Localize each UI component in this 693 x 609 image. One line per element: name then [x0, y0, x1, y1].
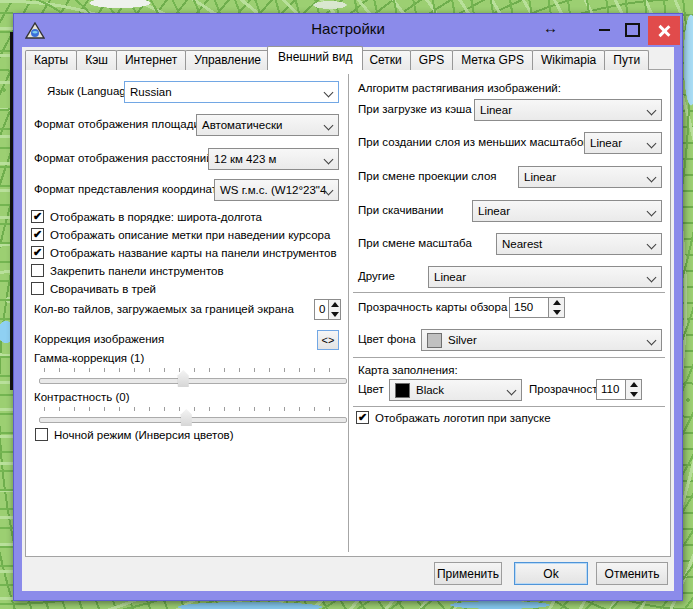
- separator: [353, 406, 665, 407]
- tab-vneshniy-vid[interactable]: Внешний вид: [267, 46, 363, 70]
- color-swatch: [395, 383, 410, 398]
- spinner-up-icon[interactable]: [329, 300, 340, 310]
- checkbox-box: [31, 264, 44, 277]
- column-divider: [348, 74, 349, 552]
- tab-bar: Карты Кэш Интернет Управление Внешний ви…: [22, 47, 674, 70]
- chevron-down-icon: [647, 173, 657, 183]
- stretch-zoom-change-select[interactable]: Nearest: [496, 233, 662, 255]
- window-title: Настройки: [14, 20, 682, 37]
- checkbox-lock-toolbars[interactable]: Закрепить панели инструментов: [31, 264, 224, 277]
- chevron-down-icon: [647, 273, 657, 283]
- settings-window: Настройки ↔ Карты Кэш Интернет Управлени…: [13, 13, 683, 601]
- stretch-download-select[interactable]: Linear: [472, 200, 662, 222]
- stretch-cache-select[interactable]: Linear: [474, 99, 662, 121]
- coord-format-label: Формат представления координат: [34, 183, 217, 195]
- overview-transparency-spinner[interactable]: 150: [509, 297, 565, 318]
- spinner-down-icon[interactable]: [549, 308, 564, 318]
- close-button[interactable]: [648, 16, 680, 45]
- chevron-down-icon: [647, 240, 657, 250]
- distance-format-label: Формат отображения расстояний: [34, 152, 213, 164]
- chevron-down-icon: [324, 155, 334, 165]
- spinner-down-icon[interactable]: [626, 390, 641, 400]
- language-select[interactable]: Russian: [124, 81, 339, 103]
- tiles-beyond-spinner[interactable]: 0: [314, 299, 341, 320]
- bg-color-select[interactable]: Silver: [421, 329, 662, 351]
- close-icon: [658, 25, 670, 37]
- stretch-download-label: При скачивании: [358, 204, 443, 216]
- slider-groove: [39, 417, 347, 423]
- coord-format-select[interactable]: WS г.м.с. (W12°23"4: [214, 179, 339, 201]
- language-label: Язык (Language): [47, 85, 136, 97]
- tab-gps[interactable]: GPS: [410, 50, 453, 70]
- contrast-slider[interactable]: [39, 405, 347, 427]
- apply-button[interactable]: Применить: [434, 562, 502, 585]
- separator: [353, 292, 665, 293]
- cancel-button[interactable]: Отменить: [596, 562, 668, 585]
- dialog-body: Карты Кэш Интернет Управление Внешний ви…: [22, 47, 674, 591]
- checkbox-marker-hint[interactable]: ✔ Отображать описание метки при наведени…: [31, 228, 330, 241]
- area-format-select[interactable]: Автоматически: [196, 114, 339, 136]
- fill-transparency-spinner[interactable]: 110: [596, 379, 642, 400]
- checkbox-show-logo[interactable]: ✔ Отображать логотип при запуске: [356, 411, 551, 424]
- checkbox-minimize-to-tray[interactable]: Сворачивать в трей: [31, 282, 156, 295]
- spinner-down-icon[interactable]: [329, 310, 340, 320]
- stretch-other-select[interactable]: Linear: [428, 266, 662, 288]
- minimize-button[interactable]: [599, 29, 610, 31]
- chevron-down-icon: [647, 106, 657, 116]
- area-format-label: Формат отображения площади: [34, 118, 200, 130]
- checkbox-box: ✔: [31, 210, 44, 223]
- stretch-projection-label: При смене проекции слоя: [358, 170, 497, 182]
- correction-expand-button[interactable]: <>: [317, 330, 339, 350]
- tab-puti[interactable]: Пути: [604, 50, 649, 70]
- chevron-down-icon: [324, 88, 334, 98]
- spinner-up-icon[interactable]: [626, 380, 641, 390]
- stretch-zoom-change-label: При смене масштаба: [358, 237, 472, 249]
- checkbox-box: ✔: [31, 228, 44, 241]
- contrast-slider-thumb[interactable]: [181, 409, 192, 426]
- chevron-down-icon: [324, 121, 334, 131]
- tab-wikimapia[interactable]: Wikimapia: [532, 50, 605, 70]
- chevron-down-icon: [647, 207, 657, 217]
- fill-color-label: Цвет: [358, 383, 384, 395]
- fill-color-select[interactable]: Black: [389, 379, 522, 401]
- checkbox-map-name-toolbar[interactable]: ✔ Отображать название карты на панели ин…: [31, 246, 337, 259]
- spinner-up-icon[interactable]: [549, 298, 564, 308]
- ok-button[interactable]: Ok: [514, 562, 588, 585]
- checkbox-latlon-order[interactable]: ✔ Отображать в порядке: широта-долгота: [31, 210, 262, 223]
- overview-transparency-label: Прозрачность карты обзора: [358, 301, 507, 313]
- bg-color-label: Цвет фона: [358, 333, 416, 345]
- fill-transparency-label: Прозрачность: [529, 383, 604, 395]
- stretch-projection-select[interactable]: Linear: [518, 166, 662, 188]
- chevron-down-icon: [647, 336, 657, 346]
- stretch-smaller-zoom-select[interactable]: Linear: [584, 132, 662, 154]
- gamma-slider-thumb[interactable]: [178, 370, 189, 387]
- gamma-slider[interactable]: [39, 366, 347, 388]
- tab-karty[interactable]: Карты: [25, 50, 77, 70]
- checkbox-night-mode[interactable]: Ночной режим (Инверсия цветов): [35, 428, 234, 441]
- checkbox-box: ✔: [356, 411, 369, 424]
- separator: [353, 357, 665, 358]
- tab-metka-gps[interactable]: Метка GPS: [452, 50, 533, 70]
- dialog-footer: Применить Ok Отменить: [22, 557, 674, 591]
- checkbox-box: [31, 282, 44, 295]
- titlebar[interactable]: Настройки ↔: [14, 14, 682, 47]
- checkbox-box: [35, 428, 48, 441]
- stretch-smaller-zoom-label: При создании слоя из меньших масштабов: [358, 136, 589, 148]
- resize-horizontal-icon[interactable]: ↔: [543, 19, 558, 36]
- distance-format-select[interactable]: 12 км 423 м: [208, 148, 339, 170]
- chevron-down-icon: [647, 139, 657, 149]
- tab-upravlenie[interactable]: Управление: [185, 50, 270, 70]
- image-correction-label: Коррекция изображения: [34, 333, 164, 345]
- color-swatch: [427, 333, 442, 348]
- gamma-label: Гамма-коррекция (1): [34, 352, 144, 364]
- tab-internet[interactable]: Интернет: [116, 50, 186, 70]
- contrast-label: Контрастность (0): [34, 391, 130, 403]
- stretch-cache-label: При загрузке из кэша: [358, 103, 472, 115]
- checkbox-box: ✔: [31, 246, 44, 259]
- maximize-button[interactable]: [625, 23, 640, 37]
- tab-kesh[interactable]: Кэш: [76, 50, 117, 70]
- tab-setki[interactable]: Сетки: [360, 50, 410, 70]
- slider-ticks: [44, 368, 342, 372]
- stretch-other-label: Другие: [358, 270, 395, 282]
- slider-groove: [39, 378, 347, 384]
